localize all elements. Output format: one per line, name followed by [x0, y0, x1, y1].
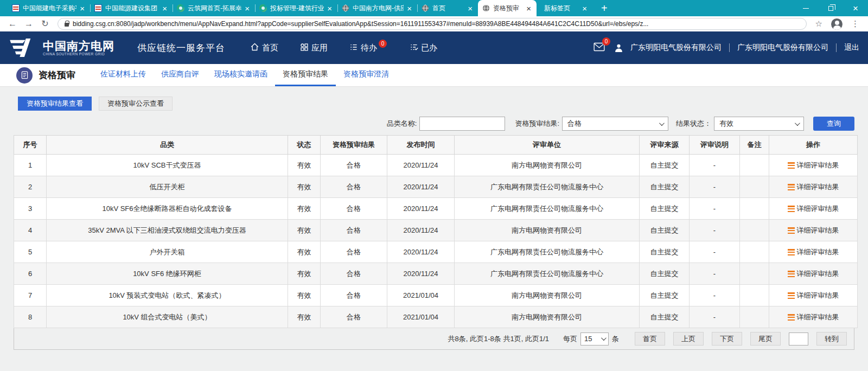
tab-close-icon[interactable]: × — [244, 4, 251, 12]
per-page-select[interactable]: 15 — [580, 332, 609, 346]
status-select[interactable]: 有效 — [714, 117, 804, 131]
browser-tab[interactable]: 中国能源建设集团× — [90, 0, 173, 16]
goto-page-input[interactable] — [789, 332, 808, 346]
cell-review-unit: 广东电网有限责任公司物流服务中心 — [455, 198, 640, 220]
browser-menu-icon[interactable]: ⋮ — [848, 19, 863, 29]
detail-review-link[interactable]: 详细评审结果 — [788, 291, 839, 300]
tab-close-icon[interactable]: × — [79, 4, 86, 12]
profile-avatar[interactable] — [831, 18, 843, 30]
cell-action: 详细评审结果 — [769, 285, 858, 306]
browser-tab[interactable]: 资格预审× — [478, 0, 537, 16]
minimize-button[interactable] — [793, 0, 818, 16]
cell-status: 有效 — [288, 198, 321, 220]
document-icon — [21, 71, 28, 79]
per-page-prefix: 每页 — [563, 334, 577, 344]
detail-review-label: 详细评审结果 — [797, 226, 839, 235]
cell-review-unit: 广东电网有限责任公司物流服务中心 — [455, 176, 640, 198]
result-select[interactable]: 合格 — [562, 117, 668, 131]
nav-home[interactable]: 首页 — [250, 42, 278, 53]
tab-close-icon[interactable]: × — [161, 4, 168, 12]
cell-review-note: - — [690, 263, 740, 285]
first-page-button[interactable]: 首页 — [635, 332, 665, 346]
reload-icon[interactable]: ↻ — [38, 20, 52, 28]
detail-review-label: 详细评审结果 — [797, 269, 839, 279]
company-name-1[interactable]: 广东明阳电气股份有限公司 — [630, 43, 722, 53]
csg-logo-mark — [9, 37, 38, 58]
goto-button[interactable]: 转到 — [816, 332, 847, 346]
subnav-tab[interactable]: 资格预审澄清 — [336, 64, 397, 86]
restore-button[interactable] — [818, 0, 843, 16]
detail-review-link[interactable]: 详细评审结果 — [788, 182, 839, 192]
column-header: 评审单位 — [455, 136, 640, 155]
column-header: 状态 — [288, 136, 321, 155]
result-view-button[interactable]: 资格预审结果查看 — [18, 97, 92, 111]
tab-close-icon[interactable]: × — [406, 4, 413, 12]
logo-text: 中国南方电网 CHINA SOUTHERN POWER GRID — [43, 40, 114, 56]
address-bar: ← → ↻ bidding.csg.cn:8080/jadp/workbench… — [0, 16, 868, 31]
search-button[interactable]: 查询 — [813, 117, 854, 131]
last-page-button[interactable]: 尾页 — [750, 332, 781, 346]
table-row: 710kV 预装式变电站（欧式、紧凑式）有效合格2021/01/04南方电网物资… — [14, 285, 858, 306]
cell-index: 5 — [14, 241, 47, 263]
subnav-tab[interactable]: 佐证材料上传 — [93, 64, 154, 86]
forward-icon[interactable]: → — [22, 20, 36, 28]
browser-tab[interactable]: 新标签页× — [537, 0, 592, 16]
yunzhu-favicon — [259, 4, 267, 12]
nav-done[interactable]: 已办 — [410, 43, 437, 53]
prev-page-button[interactable]: 上页 — [673, 332, 704, 346]
tab-close-icon[interactable]: × — [467, 4, 474, 12]
nav-todo[interactable]: 待办0 — [349, 43, 388, 53]
browser-tab[interactable]: 中国能建电子采购平× — [8, 0, 90, 16]
browser-tab-bar: 中国能建电子采购平×中国能源建设集团×云筑网首页-拓展幸×投标管理-建筑行业×中… — [0, 0, 868, 16]
nav-apps[interactable]: 应用 — [300, 43, 328, 53]
browser-tab[interactable]: 中国南方电网-供应× — [337, 0, 417, 16]
cell-category: 10kV SF6全绝缘断路器柜自动化成套设备 — [47, 198, 288, 220]
detail-review-link[interactable]: 详细评审结果 — [788, 312, 839, 322]
detail-review-link[interactable]: 详细评审结果 — [788, 204, 839, 214]
detail-review-label: 详细评审结果 — [797, 161, 839, 170]
per-page-control: 每页 15 条 — [563, 332, 619, 346]
cell-action: 详细评审结果 — [769, 263, 858, 285]
cell-remark — [740, 198, 769, 220]
category-input[interactable] — [419, 117, 505, 131]
tab-close-icon[interactable]: × — [525, 4, 532, 12]
browser-tab[interactable]: 云筑网首页-拓展幸× — [173, 0, 255, 16]
subnav-tab[interactable]: 资格预审结果 — [275, 64, 336, 86]
mail-button[interactable]: 0 — [593, 42, 605, 53]
filter-bar: 品类名称: 资格预审结果: 合格 结果状态： 有效 查询 — [14, 117, 854, 131]
browser-tab[interactable]: 首页× — [417, 0, 478, 16]
cell-action: 详细评审结果 — [769, 176, 858, 198]
detail-review-link[interactable]: 详细评审结果 — [788, 226, 839, 235]
cell-action: 详细评审结果 — [769, 241, 858, 263]
company-name-2[interactable]: 广东明阳电气股份有限公司 — [737, 43, 828, 53]
detail-review-link[interactable]: 详细评审结果 — [788, 161, 839, 170]
new-tab-button[interactable]: + — [598, 0, 611, 16]
detail-review-link[interactable]: 详细评审结果 — [788, 247, 839, 257]
cell-prequal-result: 合格 — [321, 306, 387, 328]
cell-index: 2 — [14, 176, 47, 198]
logout-link[interactable]: 退出 — [844, 43, 859, 53]
cell-action: 详细评审结果 — [769, 306, 858, 328]
mail-badge: 0 — [602, 37, 610, 46]
bookmark-star-icon[interactable]: ☆ — [812, 19, 826, 29]
tab-close-icon[interactable]: × — [581, 4, 588, 12]
subnav-tab[interactable]: 现场核实邀请函 — [207, 64, 275, 86]
back-icon[interactable]: ← — [5, 20, 20, 28]
divider — [836, 43, 837, 52]
close-window-button[interactable]: × — [843, 0, 868, 16]
user-icon[interactable] — [615, 43, 623, 53]
url-field[interactable]: bidding.csg.cn:8080/jadp/workbench/menu/… — [58, 18, 807, 30]
results-table-wrap: 序号品类状态资格预审结果发布时间评审单位评审来源评审说明备注操作 110kV S… — [14, 135, 854, 350]
cell-category: 户外开关箱 — [47, 241, 288, 263]
detail-review-label: 详细评审结果 — [797, 291, 839, 300]
next-page-button[interactable]: 下页 — [712, 332, 742, 346]
public-view-button[interactable]: 资格预审公示查看 — [99, 97, 173, 111]
table-row: 5户外开关箱有效合格2020/11/24广东电网有限责任公司物流服务中心自主提交… — [14, 241, 858, 263]
subnav-tab[interactable]: 供应商自评 — [154, 64, 207, 86]
tab-close-icon[interactable]: × — [326, 4, 333, 12]
ceec-favicon — [12, 4, 20, 12]
close-icon: × — [853, 4, 858, 13]
browser-tab[interactable]: 投标管理-建筑行业× — [255, 0, 337, 16]
detail-review-link[interactable]: 详细评审结果 — [788, 269, 839, 279]
status-filter-label: 结果状态： — [676, 119, 711, 129]
